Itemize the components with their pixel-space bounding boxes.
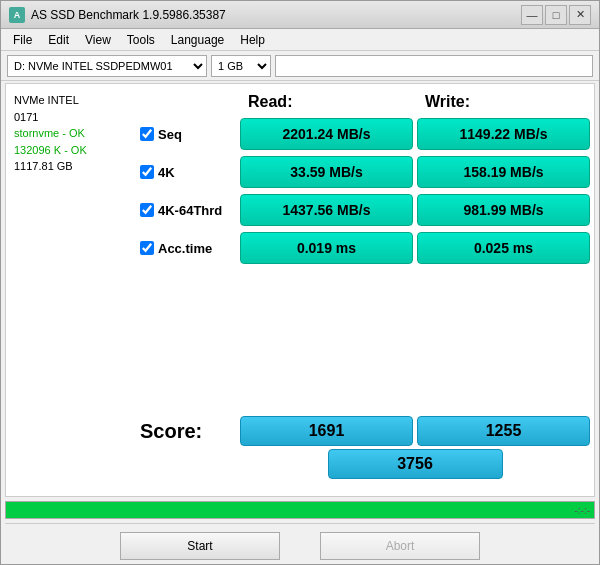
bench-header: Read: Write: [140, 88, 590, 116]
acctime-values: 0.019 ms 0.025 ms [240, 232, 590, 264]
4k-label: 4K [140, 165, 240, 180]
score-total: 3756 [328, 449, 503, 479]
score-top-row: 1691 1255 [240, 416, 590, 446]
start-button[interactable]: Start [120, 532, 280, 560]
score-read: 1691 [240, 416, 413, 446]
table-row: 4K 33.59 MB/s 158.19 MB/s [140, 154, 590, 190]
table-row: 4K-64Thrd 1437.56 MB/s 981.99 MB/s [140, 192, 590, 228]
progress-bar-fill [6, 502, 594, 518]
seq-write: 1149.22 MB/s [417, 118, 590, 150]
driver-status: stornvme - OK [14, 125, 136, 142]
table-row: Seq 2201.24 MB/s 1149.22 MB/s [140, 116, 590, 152]
maximize-button[interactable]: □ [545, 5, 567, 25]
drive-model-line2: 0171 [14, 109, 136, 126]
menu-bar: File Edit View Tools Language Help [1, 29, 599, 51]
seq-values: 2201.24 MB/s 1149.22 MB/s [240, 118, 590, 150]
progress-label: -:-:- [574, 505, 590, 516]
acctime-label: Acc.time [140, 241, 240, 256]
seq-read: 2201.24 MB/s [240, 118, 413, 150]
menu-help[interactable]: Help [232, 31, 273, 49]
4k-read: 33.59 MB/s [240, 156, 413, 188]
acctime-checkbox[interactable] [140, 241, 154, 255]
divider [5, 523, 595, 524]
progress-bar-area: -:-:- [5, 501, 595, 519]
score-write: 1255 [417, 416, 590, 446]
menu-edit[interactable]: Edit [40, 31, 77, 49]
cache-status: 132096 K - OK [14, 142, 136, 159]
4k-checkbox[interactable] [140, 165, 154, 179]
score-total-row: 3756 [240, 449, 590, 479]
toolbar: D: NVMe INTEL SSDPEDMW01 1 GB [1, 51, 599, 81]
4k-values: 33.59 MB/s 158.19 MB/s [240, 156, 590, 188]
bench-rows: Seq 2201.24 MB/s 1149.22 MB/s 4K 33.59 M… [140, 116, 590, 412]
write-header: Write: [417, 88, 590, 116]
4k64-checkbox[interactable] [140, 203, 154, 217]
title-buttons: — □ ✕ [521, 5, 591, 25]
acctime-write: 0.025 ms [417, 232, 590, 264]
menu-language[interactable]: Language [163, 31, 232, 49]
4k64-values: 1437.56 MB/s 981.99 MB/s [240, 194, 590, 226]
seq-checkbox[interactable] [140, 127, 154, 141]
read-header: Read: [240, 88, 413, 116]
score-values: 1691 1255 3756 [240, 416, 590, 479]
menu-tools[interactable]: Tools [119, 31, 163, 49]
drive-model-line1: NVMe INTEL [14, 92, 136, 109]
main-window: A AS SSD Benchmark 1.9.5986.35387 — □ ✕ … [0, 0, 600, 565]
benchmark-panel: Read: Write: Seq 2201.24 MB/s 1149.22 MB… [140, 88, 590, 492]
close-button[interactable]: ✕ [569, 5, 591, 25]
abort-button[interactable]: Abort [320, 532, 480, 560]
menu-view[interactable]: View [77, 31, 119, 49]
acctime-read: 0.019 ms [240, 232, 413, 264]
seq-label: Seq [140, 127, 240, 142]
info-panel: NVMe INTEL 0171 stornvme - OK 132096 K -… [10, 88, 140, 492]
4k64-label: 4K-64Thrd [140, 203, 240, 218]
button-row: Start Abort [1, 526, 599, 564]
4k-write: 158.19 MB/s [417, 156, 590, 188]
content-area: NVMe INTEL 0171 stornvme - OK 132096 K -… [5, 83, 595, 497]
minimize-button[interactable]: — [521, 5, 543, 25]
size-select[interactable]: 1 GB [211, 55, 271, 77]
drive-size: 1117.81 GB [14, 158, 136, 175]
toolbar-progress [275, 55, 593, 77]
table-row: Acc.time 0.019 ms 0.025 ms [140, 230, 590, 266]
app-icon: A [9, 7, 25, 23]
score-label: Score: [140, 416, 240, 443]
4k64-read: 1437.56 MB/s [240, 194, 413, 226]
drive-select[interactable]: D: NVMe INTEL SSDPEDMW01 [7, 55, 207, 77]
menu-file[interactable]: File [5, 31, 40, 49]
4k64-write: 981.99 MB/s [417, 194, 590, 226]
score-section: Score: 1691 1255 3756 [140, 412, 590, 492]
window-title: AS SSD Benchmark 1.9.5986.35387 [31, 8, 521, 22]
title-bar: A AS SSD Benchmark 1.9.5986.35387 — □ ✕ [1, 1, 599, 29]
